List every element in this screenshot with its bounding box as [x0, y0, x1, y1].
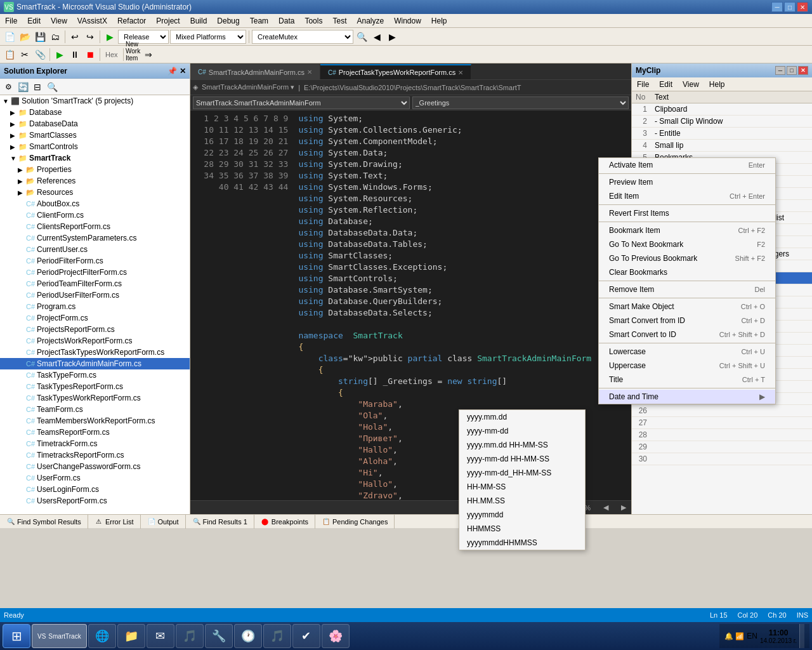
- clip-row-4[interactable]: 4Small lip: [632, 140, 812, 152]
- target-dropdown[interactable]: CreateMutex: [252, 30, 353, 44]
- ctx-convert-to-id[interactable]: Smart Convert to ID Ctrl + Shift + D: [599, 328, 775, 342]
- clip-row-1[interactable]: 1Clipboard: [632, 103, 812, 116]
- myclip-close[interactable]: ✕: [798, 66, 808, 75]
- dt-yyyymmdd-hhmmss-dash[interactable]: yyyy-mm-dd HH-MM-SS: [459, 452, 585, 466]
- tb2-3[interactable]: 📎: [33, 48, 47, 62]
- tree-file-clientform[interactable]: C#ClientForm.cs: [0, 209, 190, 221]
- platform-dropdown[interactable]: Mixed Platformsx86x64: [170, 30, 246, 44]
- menu-build[interactable]: Build: [185, 15, 213, 27]
- tab-smarttrack-cs[interactable]: C# SmartTrackAdminMainForm.cs ✕: [190, 64, 320, 79]
- tree-smartclasses[interactable]: ▶ 📁 SmartClasses: [0, 129, 190, 141]
- restore-button[interactable]: □: [784, 2, 796, 12]
- redo-btn[interactable]: ↪: [83, 30, 97, 44]
- dt-yyyymmdd-compact[interactable]: yyyymmdd: [459, 508, 585, 522]
- tree-file-currentsystemparameters[interactable]: C#CurrentSystemParameters.cs: [0, 232, 190, 244]
- ctx-title[interactable]: Title Ctrl + T: [599, 373, 775, 387]
- dt-yyyymmdd-hhmmss-dot[interactable]: yyyy.mm.dd HH-MM-SS: [459, 438, 585, 452]
- tb2-run[interactable]: ▶: [53, 48, 67, 62]
- tab-find-symbol[interactable]: 🔍 Find Symbol Results: [0, 515, 88, 529]
- tree-file-projectform[interactable]: C#ProjectForm.cs: [0, 312, 190, 324]
- tb2-new-work[interactable]: New Work Item ▾: [126, 48, 140, 62]
- expand-arrow[interactable]: ▶: [18, 189, 25, 196]
- tb2-stop[interactable]: ⏹: [83, 48, 97, 62]
- tree-file-userform[interactable]: C#UserForm.cs: [0, 472, 190, 484]
- start-button[interactable]: ⊞: [3, 624, 30, 648]
- tree-file-projectsreportform[interactable]: C#ProjectsReportForm.cs: [0, 324, 190, 335]
- save-btn[interactable]: 💾: [33, 30, 47, 44]
- tree-file-timetracksreportform[interactable]: C#TimetracksReportForm.cs: [0, 449, 190, 461]
- tree-file-periodfilterform[interactable]: C#PeriodFilterForm.cs: [0, 255, 190, 267]
- dt-yyyymmdd-dash[interactable]: yyyy-mm-dd: [459, 424, 585, 438]
- expand-arrow[interactable]: ▶: [18, 178, 25, 185]
- ctx-revert[interactable]: Revert First Items: [599, 206, 775, 220]
- dt-hhmmss-dash[interactable]: HH-MM-SS: [459, 480, 585, 494]
- menu-test[interactable]: Test: [327, 15, 351, 27]
- tree-file-smarttrackadminmainform[interactable]: C#SmartTrackAdminMainForm.cs: [0, 358, 190, 369]
- tree-file-aboutbox[interactable]: C#AboutBox.cs: [0, 198, 190, 209]
- menu-window[interactable]: Window: [389, 15, 426, 27]
- tab-breakpoints[interactable]: ⬤ Breakpoints: [254, 515, 315, 529]
- nav-fwd-btn[interactable]: ▶: [385, 30, 399, 44]
- clip-row-2[interactable]: 2- Small Clip Window: [632, 116, 812, 128]
- undo-btn[interactable]: ↩: [68, 30, 82, 44]
- close-button[interactable]: ✕: [797, 2, 808, 12]
- tree-database[interactable]: ▶ 📁 Database: [0, 107, 190, 118]
- expand-arrow[interactable]: ▶: [10, 143, 18, 150]
- se-refresh-btn[interactable]: 🔄: [16, 80, 30, 94]
- ctx-activate[interactable]: Activate Item Enter: [599, 158, 775, 172]
- ctx-next-bookmark[interactable]: Go To Next Bookmark F2: [599, 237, 775, 251]
- expand-arrow[interactable]: ▶: [10, 109, 18, 116]
- minimize-button[interactable]: ─: [771, 2, 783, 12]
- expand-arrow[interactable]: ▼: [10, 155, 18, 162]
- clip-row-3[interactable]: 3- Entitle: [632, 128, 812, 140]
- tb2-pause[interactable]: ⏸: [68, 48, 82, 62]
- tree-file-timetrackform[interactable]: C#TimetrackForm.cs: [0, 438, 190, 449]
- clip-row-30[interactable]: 30: [632, 453, 812, 465]
- ctx-preview[interactable]: Preview Item: [599, 175, 775, 189]
- tree-solution[interactable]: ▼ ⬛ Solution 'SmartTrack' (5 projects): [0, 95, 190, 107]
- ctx-datetime[interactable]: Date and Time ▶: [599, 390, 775, 404]
- menu-project[interactable]: Project: [151, 15, 185, 27]
- scroll-right[interactable]: ▶: [621, 503, 626, 512]
- menu-data[interactable]: Data: [273, 15, 299, 27]
- menu-help[interactable]: Help: [426, 15, 452, 27]
- dt-hhmmss-compact[interactable]: HHMMSS: [459, 522, 585, 536]
- taskbar-folder[interactable]: 📁: [117, 624, 145, 648]
- ctx-lowercase[interactable]: Lowercase Ctrl + U: [599, 345, 775, 359]
- taskbar-app9[interactable]: 🌸: [322, 624, 350, 648]
- tree-file-userloginform[interactable]: C#UserLoginForm.cs: [0, 484, 190, 495]
- tree-file-tasktypesworkreportform[interactable]: C#TaskTypesWorkReportForm.cs: [0, 392, 190, 404]
- se-collapse-btn[interactable]: ⊟: [30, 80, 44, 94]
- tree-file-userchangepasswordform[interactable]: C#UserChangePasswordForm.cs: [0, 461, 190, 472]
- taskbar-app8[interactable]: ✔: [292, 624, 320, 648]
- run-btn[interactable]: ▶: [103, 30, 117, 44]
- tree-file-tasktypeform[interactable]: C#TaskTypeForm.cs: [0, 369, 190, 381]
- tree-file-clientsreportform[interactable]: C#ClientsReportForm.cs: [0, 221, 190, 232]
- menu-vassistx[interactable]: VAssistX: [72, 15, 112, 27]
- tree-file-periodprojectfilterform[interactable]: C#PeriodProjectFilterForm.cs: [0, 267, 190, 278]
- se-properties-btn[interactable]: ⚙: [1, 80, 15, 94]
- dt-yyyymmdd-hhmmss-under[interactable]: yyyy-mm-dd_HH-MM-SS: [459, 466, 585, 480]
- tab-error-list[interactable]: ⚠ Error List: [88, 515, 141, 529]
- tab-pending-changes[interactable]: 📋 Pending Changes: [315, 515, 395, 529]
- tb2-2[interactable]: ✂: [18, 48, 32, 62]
- ctx-remove[interactable]: Remove Item Del: [599, 282, 775, 296]
- tree-properties[interactable]: ▶ 📂 Properties: [0, 164, 190, 175]
- clip-row-26[interactable]: 26: [632, 405, 812, 417]
- new-project-btn[interactable]: 📄: [3, 30, 16, 44]
- ctx-edit[interactable]: Edit Item Ctrl + Enter: [599, 189, 775, 203]
- ctx-prev-bookmark[interactable]: Go To Previous Bookmark Shift + F2: [599, 251, 775, 265]
- tree-smartcontrols[interactable]: ▶ 📁 SmartControls: [0, 141, 190, 152]
- tree-file-program[interactable]: C#Program.cs: [0, 301, 190, 312]
- tree-resources[interactable]: ▶ 📂 Resources: [0, 187, 190, 198]
- menu-refactor[interactable]: Refactor: [112, 15, 151, 27]
- dt-yyyymmddhhmmss[interactable]: yyyymmddHHMMSS: [459, 536, 585, 550]
- tree-file-projecttasktypesworkreportform[interactable]: C#ProjectTaskTypesWorkReportForm.cs: [0, 347, 190, 358]
- ctx-uppercase[interactable]: Uppercase Ctrl + Shift + U: [599, 359, 775, 373]
- scroll-left[interactable]: ◀: [603, 503, 608, 512]
- menu-team[interactable]: Team: [245, 15, 273, 27]
- myclip-menu-view[interactable]: View: [678, 79, 704, 90]
- menu-view[interactable]: View: [46, 15, 72, 27]
- expand-arrow[interactable]: ▶: [10, 121, 18, 128]
- tab-output[interactable]: 📄 Output: [141, 515, 186, 529]
